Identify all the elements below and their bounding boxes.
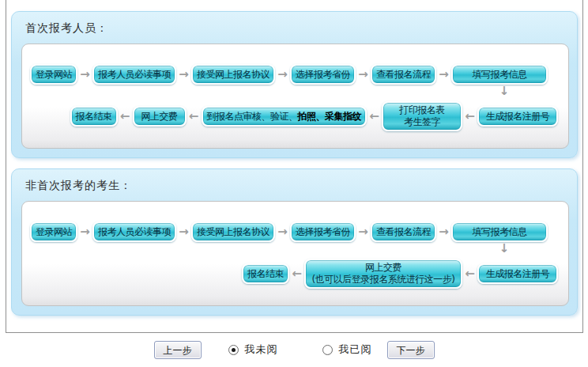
flow-step-fill-info: 填写报考信息 xyxy=(451,64,548,85)
flow-step-process: 查看报名流程 xyxy=(371,221,436,242)
flow-row-bottom: 报名结束 ← 网上交费(也可以后登录报名系统进行这一步) ← 生成报名注册号 xyxy=(30,258,558,289)
verify-text-bold: 拍照、采集指纹 xyxy=(298,111,362,122)
flow-step-end: 报名结束 xyxy=(70,106,118,127)
arrow-right-icon: → xyxy=(77,69,92,81)
arrow-left-icon: ← xyxy=(462,268,477,280)
flow-row-top: 登录网站 → 报考人员必读事项 → 接受网上报名协议 → 选择报考省份 → 查看… xyxy=(30,63,558,85)
flow-box-returning: 登录网站 → 报考人员必读事项 → 接受网上报名协议 → 选择报考省份 → 查看… xyxy=(21,201,569,306)
print-line2: 考生签字 xyxy=(404,116,440,127)
arrow-down-icon: ↓ xyxy=(488,243,520,255)
arrow-right-icon: → xyxy=(356,226,371,238)
flow-step-register-number: 生成报名注册号 xyxy=(477,106,558,127)
flow-step-province: 选择报考省份 xyxy=(290,64,356,85)
arrow-left-icon: ← xyxy=(367,111,382,123)
flow-step-onsite-verification: 到报名点审核、验证、拍照、采集指纹 xyxy=(202,106,368,127)
arrow-right-icon: → xyxy=(275,69,290,81)
arrow-right-icon: → xyxy=(275,226,290,238)
arrow-right-icon: → xyxy=(356,69,371,81)
arrow-left-icon: ← xyxy=(289,268,304,280)
flow-step-notice: 报考人员必读事项 xyxy=(92,221,176,242)
flow-step-login: 登录网站 xyxy=(30,64,77,85)
print-line1: 打印报名表 xyxy=(399,104,445,115)
radio-read-label[interactable]: 我已阅 xyxy=(339,342,372,357)
panel-first-time-title: 首次报考人员： xyxy=(25,21,108,36)
prev-step-button[interactable]: 上一步 xyxy=(154,341,202,359)
flow-step-login: 登录网站 xyxy=(30,221,77,242)
flow-row-bottom: 报名结束 ← 网上交费 ← 到报名点审核、验证、拍照、采集指纹 ← 打印报名表考… xyxy=(30,100,558,132)
radio-option-read[interactable]: 我已阅 xyxy=(322,342,372,357)
radio-option-unread[interactable]: 我未阅 xyxy=(228,342,278,357)
flow-step-notice: 报考人员必读事项 xyxy=(92,64,176,85)
radio-checked-icon[interactable] xyxy=(228,345,239,355)
flow-step-end: 报名结束 xyxy=(242,263,289,284)
next-step-button[interactable]: 下一步 xyxy=(387,341,435,359)
flow-step-online-payment: 网上交费(也可以后登录报名系统进行这一步) xyxy=(304,259,462,289)
radio-unchecked-icon[interactable] xyxy=(322,345,333,355)
arrow-left-icon: ← xyxy=(462,111,477,123)
pay-line2: (也可以后登录报名系统进行这一步) xyxy=(312,274,455,285)
pay-line1: 网上交费 xyxy=(365,262,401,273)
arrow-left-icon: ← xyxy=(118,111,133,123)
arrow-right-icon: → xyxy=(176,226,191,238)
flow-box-first-time: 登录网站 → 报考人员必读事项 → 接受网上报名协议 → 选择报考省份 → 查看… xyxy=(21,44,569,149)
panel-first-time: 首次报考人员： 登录网站 → 报考人员必读事项 → 接受网上报名协议 → 选择报… xyxy=(11,11,578,158)
footer-controls: 上一步 我未阅 我已阅 下一步 xyxy=(0,339,588,360)
flow-step-online-payment: 网上交费 xyxy=(133,106,187,127)
registration-flow-page: 首次报考人员： 登录网站 → 报考人员必读事项 → 接受网上报名协议 → 选择报… xyxy=(0,0,588,367)
arrow-right-icon: → xyxy=(77,226,92,238)
panel-returning: 非首次报考的考生： 登录网站 → 报考人员必读事项 → 接受网上报名协议 → 选… xyxy=(11,168,578,316)
arrow-left-icon: ← xyxy=(187,111,202,123)
arrow-down-icon: ↓ xyxy=(488,85,520,97)
radio-unread-label[interactable]: 我未阅 xyxy=(245,342,278,357)
arrow-right-icon: → xyxy=(436,69,451,81)
flow-step-agreement: 接受网上报名协议 xyxy=(191,64,275,85)
flow-step-print-sign: 打印报名表考生签字 xyxy=(382,101,462,131)
arrow-right-icon: → xyxy=(436,226,451,238)
flow-step-fill-info: 填写报考信息 xyxy=(451,221,548,242)
flow-row-top: 登录网站 → 报考人员必读事项 → 接受网上报名协议 → 选择报考省份 → 查看… xyxy=(30,221,558,243)
verify-text: 到报名点审核、验证、 xyxy=(207,111,298,122)
flow-step-process: 查看报名流程 xyxy=(371,64,436,85)
panel-returning-title: 非首次报考的考生： xyxy=(25,179,132,193)
flow-step-agreement: 接受网上报名协议 xyxy=(191,221,275,242)
arrow-right-icon: → xyxy=(176,69,191,81)
flow-step-register-number: 生成报名注册号 xyxy=(477,263,558,284)
flow-step-province: 选择报考省份 xyxy=(290,221,356,242)
